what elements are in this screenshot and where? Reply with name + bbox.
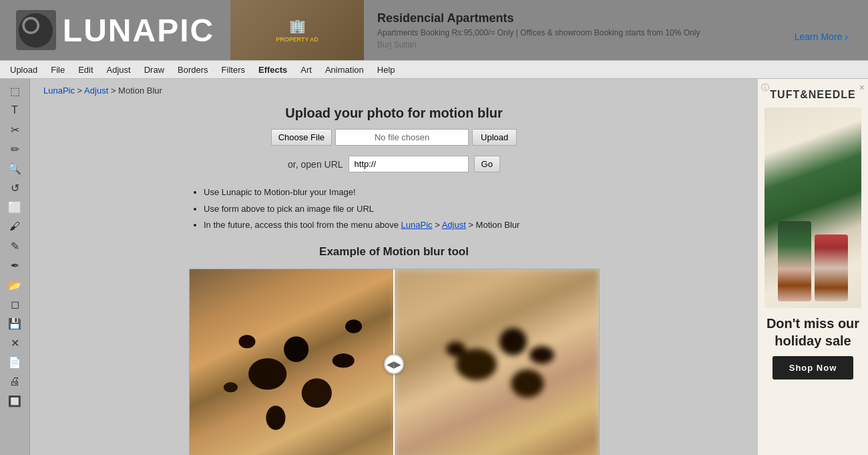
- magnify-tool[interactable]: 🔍: [5, 160, 25, 177]
- ad-learn-more-text: Learn More: [795, 31, 843, 42]
- instructions: Use Lunapic to Motion-blur your Image! U…: [187, 186, 601, 232]
- breadcrumb-lunapic[interactable]: LunaPic: [43, 86, 75, 96]
- right-sidebar: × ⓘ TUFT&NEEDLE Don't miss our holiday s…: [758, 79, 868, 455]
- ad-chevron-icon: ›: [845, 31, 848, 42]
- logo-area: LUNAPIC: [0, 0, 230, 60]
- nav-adjust[interactable]: Adjust: [100, 62, 138, 78]
- ad-banner-image: 🏢 PROPERTY AD: [230, 0, 364, 60]
- nav-animation[interactable]: Animation: [318, 62, 371, 78]
- ad-description: Apartments Booking Rs:95,000/= Only | Of…: [377, 28, 781, 37]
- tuft-product-image: [765, 108, 861, 308]
- ad-banner-image-inner: 🏢 PROPERTY AD: [230, 0, 364, 60]
- shop-now-button[interactable]: Shop Now: [773, 356, 854, 380]
- url-label: or, open URL: [288, 159, 343, 170]
- ad-banner-text: PROPERTY AD: [276, 36, 318, 43]
- folder-tool[interactable]: 📂: [5, 276, 25, 293]
- nav-file[interactable]: File: [44, 62, 71, 78]
- print-tool[interactable]: 🖨: [5, 373, 25, 390]
- paint-tool[interactable]: 🖌: [5, 218, 25, 235]
- example-left-panel: [190, 269, 395, 456]
- ad-title: Residencial Apartments: [377, 11, 781, 25]
- example-image: ◀▶: [189, 269, 600, 456]
- ad-building-icon: 🏢: [289, 18, 306, 34]
- ad-banner-content: Residencial Apartments Apartments Bookin…: [364, 0, 795, 60]
- tuft-logo: TUFT&NEEDLE: [770, 89, 855, 101]
- instruction-3: In the future, access this tool from the…: [204, 218, 601, 232]
- nav-edit[interactable]: Edit: [71, 62, 99, 78]
- ad-info-button[interactable]: ⓘ: [761, 82, 769, 94]
- rotate-tool[interactable]: ↺: [5, 179, 25, 196]
- eyedropper-tool[interactable]: ✎: [5, 237, 25, 255]
- example-container: ◀▶: [190, 269, 599, 456]
- nav-filters[interactable]: Filters: [215, 62, 252, 78]
- svg-point-2: [25, 19, 37, 31]
- ad-learn-more-link[interactable]: Learn More ›: [795, 31, 848, 42]
- nav-draw[interactable]: Draw: [138, 62, 171, 78]
- url-form: or, open URL Go: [43, 156, 744, 172]
- instruction-adjust-link[interactable]: Adjust: [442, 220, 466, 230]
- upload-button[interactable]: Upload: [472, 129, 517, 146]
- tuft-people: [778, 221, 848, 301]
- stamp-tool[interactable]: 🔲: [5, 392, 25, 410]
- close-tool[interactable]: ✕: [5, 334, 25, 351]
- main-layout: ⬚ T ✂ ✏ 🔍 ↺ ⬜ 🖌 ✎ ✒ 📂 ◻ 💾 ✕ 📄 🖨 🔲 LunaPi…: [0, 79, 868, 455]
- nav-effects[interactable]: Effects: [252, 62, 294, 78]
- instruction-1: Use Lunapic to Motion-blur your Image!: [204, 186, 601, 199]
- nav-art[interactable]: Art: [294, 62, 318, 78]
- person-right: [815, 235, 848, 301]
- crop-tool[interactable]: ⬜: [5, 198, 25, 216]
- text-tool[interactable]: T: [5, 102, 25, 119]
- pencil-tool[interactable]: ✒: [5, 257, 25, 274]
- breadcrumb-separator2: >: [111, 86, 116, 96]
- url-go-button[interactable]: Go: [474, 156, 500, 172]
- url-input[interactable]: [349, 156, 469, 172]
- navbar: Upload File Edit Adjust Draw Borders Fil…: [0, 60, 868, 79]
- example-title: Example of Motion blur tool: [43, 245, 744, 259]
- file-name-display: No file chosen: [335, 129, 469, 146]
- logo-text-label: LUNAPIC: [63, 12, 214, 49]
- ad-close-button[interactable]: ×: [859, 82, 865, 93]
- selection-tool[interactable]: ⬚: [5, 82, 25, 100]
- tuft-image-bg: [765, 108, 861, 308]
- divider-arrows-icon: ◀▶: [387, 359, 401, 369]
- upload-form: Choose File No file chosen Upload: [43, 129, 744, 146]
- ad-info-icon[interactable]: ⓘ: [843, 3, 851, 14]
- divider-handle[interactable]: ◀▶: [384, 354, 404, 374]
- upload-section: Upload your photo for motion blur Choose…: [43, 106, 744, 172]
- person-left: [778, 221, 811, 301]
- breadcrumb: LunaPic > Adjust > Motion Blur: [43, 86, 744, 96]
- cut-tool[interactable]: ✂: [5, 121, 25, 138]
- breadcrumb-adjust[interactable]: Adjust: [84, 86, 108, 96]
- nav-upload[interactable]: Upload: [3, 62, 44, 78]
- ad-wrapper: ⓘ × 🏢 PROPERTY AD Residencial Apartments…: [230, 0, 868, 60]
- example-right-panel: [395, 269, 599, 456]
- header: LUNAPIC ⓘ × 🏢 PROPERTY AD Residencial Ap…: [0, 0, 868, 60]
- ad-location: Burj Sultan: [377, 40, 781, 49]
- eraser-tool[interactable]: ◻: [5, 295, 25, 313]
- save-tool[interactable]: 💾: [5, 315, 25, 332]
- nav-help[interactable]: Help: [371, 62, 402, 78]
- logo[interactable]: LUNAPIC: [16, 10, 214, 50]
- instruction-2: Use form above to pick an image file or …: [204, 202, 601, 216]
- document-tool[interactable]: 📄: [5, 353, 25, 371]
- logo-icon: [16, 10, 56, 50]
- content-area: LunaPic > Adjust > Motion Blur Upload yo…: [30, 79, 758, 455]
- ad-close-icon[interactable]: ×: [857, 3, 863, 14]
- toolbar: ⬚ T ✂ ✏ 🔍 ↺ ⬜ 🖌 ✎ ✒ 📂 ◻ 💾 ✕ 📄 🖨 🔲: [0, 79, 30, 455]
- choose-file-button[interactable]: Choose File: [271, 129, 332, 146]
- breadcrumb-current: Motion Blur: [118, 86, 162, 96]
- nav-borders[interactable]: Borders: [171, 62, 215, 78]
- breadcrumb-separator1: >: [77, 86, 83, 96]
- logo-svg: [17, 12, 54, 49]
- upload-title: Upload your photo for motion blur: [43, 106, 744, 121]
- tuft-ad: × ⓘ TUFT&NEEDLE Don't miss our holiday s…: [758, 79, 868, 455]
- tuft-sale-text: Don't miss our holiday sale: [765, 315, 861, 349]
- instruction-lunapic-link[interactable]: LunaPic: [401, 220, 433, 230]
- brush-tool[interactable]: ✏: [5, 140, 25, 158]
